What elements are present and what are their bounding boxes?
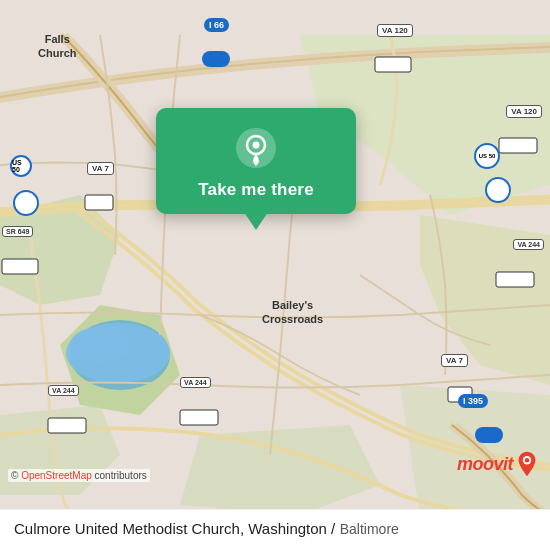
location-subtitle: Baltimore [340,521,399,537]
road-label-va244-rt: VA 244 [513,239,544,250]
svg-rect-19 [48,418,86,433]
location-title: Culmore United Methodist Church, Washing… [14,520,335,537]
road-label-va7-bot: VA 7 [441,354,468,367]
svg-rect-23 [499,138,537,153]
svg-point-10 [70,327,130,363]
svg-rect-13 [375,57,411,72]
road-label-va120-br: VA 120 [506,105,542,118]
moovit-text: moovit [457,454,513,475]
svg-rect-22 [475,427,503,443]
svg-rect-21 [496,272,534,287]
popup-card[interactable]: Take me there [156,108,356,214]
osm-contributors: contributors [95,470,147,481]
place-label-falls-church: FallsChurch [38,32,77,61]
moovit-pin-icon [516,450,538,478]
road-label-sr649: SR 649 [2,226,33,237]
svg-point-28 [525,458,530,463]
moovit-logo: moovit [457,450,538,478]
map-container: I 66 I 66 VA 120 VA 120 US 50 US 50 VA 7… [0,0,550,550]
road-label-va244-btl: VA 244 [48,385,79,396]
copyright-symbol: © [11,470,18,481]
road-label-va120: VA 120 [377,24,413,37]
location-pin-icon [234,126,278,170]
take-me-there-label: Take me there [198,180,314,200]
svg-rect-11 [202,51,230,67]
svg-point-15 [486,178,510,202]
svg-rect-16 [85,195,113,210]
svg-rect-18 [2,259,38,274]
road-label-us50-left: US 50 [10,155,32,177]
osm-attribution: © OpenStreetMap © OpenStreetMap contribu… [8,469,150,482]
road-label-va244-btm: VA 244 [180,377,211,388]
osm-link: OpenStreetMap [21,470,92,481]
svg-rect-20 [180,410,218,425]
bottom-bar: Culmore United Methodist Church, Washing… [0,509,550,550]
road-label-us50-right: US 50 [474,143,500,169]
road-label-i66-top: I 66 [204,18,229,32]
road-label-va7-left: VA 7 [87,162,114,175]
road-label-i395: I 395 [458,394,488,408]
svg-point-26 [253,142,260,149]
svg-point-14 [14,191,38,215]
place-label-baileys-crossroads: Bailey'sCrossroads [262,298,323,327]
